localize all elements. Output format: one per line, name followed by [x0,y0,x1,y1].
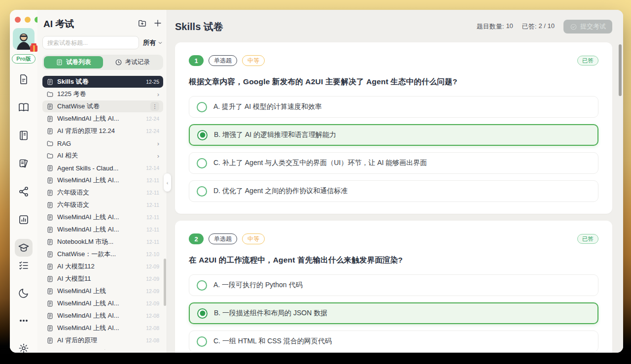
list-item[interactable]: WiseMindAI 上线 AI...12-08 [42,310,163,322]
list-item-date: 12-11 [146,177,159,183]
tab-exam-list[interactable]: 试卷列表 [44,56,103,68]
list-item[interactable]: WiseMindAI 上线 AI...12-11 [42,211,163,223]
option-label: C. 一组 HTML 和 CSS 混合的网页代码 [213,337,332,346]
list-item[interactable]: ChatWise 试卷⋮ [42,100,163,112]
list-item[interactable]: 六年级语文12-11 [42,199,163,211]
tab-exam-list-label: 试卷列表 [66,58,91,66]
option-label: D. 优化了 Agent 之间的协作协议和通信标准 [213,187,348,196]
question-difficulty-badge: 中等 [242,55,265,66]
list-item-date: 12-09 [146,288,159,294]
list-item[interactable]: NotebookLM 市场...12-11 [42,236,163,248]
question-difficulty-badge: 中等 [242,233,265,244]
tasks-icon[interactable] [15,257,33,274]
sidebar-scrollbar[interactable] [164,259,166,306]
more-icon[interactable] [15,312,33,330]
main-scrollbar[interactable] [619,44,622,96]
stats-icon[interactable] [15,211,33,229]
list-item[interactable]: WiseMindAI 上线 AI...12-24 [42,113,163,125]
radio-icon[interactable] [197,336,207,347]
flashcards-icon[interactable] [15,155,33,172]
option-row[interactable]: C. 一组 HTML 和 CSS 混合的网页代码 [189,331,598,352]
sidebar-tabs: 试卷列表 考试记录 [42,55,163,70]
close-window-button[interactable] [15,17,21,23]
list-item[interactable]: Agent Skills - Claud...12-14 [42,162,163,174]
item-menu-button[interactable]: ⋮ [150,102,159,111]
list-item-label: WiseMindAI 上线 [57,287,142,296]
list-item[interactable]: WiseMindAI 上线12-09 [42,285,163,297]
option-label: C. 补上了 Agent 与人类交互中的界面（UI）环节，让 AI 能够画出界面 [213,159,427,167]
exam-icon[interactable] [15,239,33,257]
radio-selected-icon[interactable] [197,130,208,140]
scroll-icon [46,312,54,320]
scroll-icon [46,263,54,270]
question-badges: 2单选题中等已答 [189,233,598,244]
list-item-date: 12-11 [146,227,159,232]
option-row[interactable]: B. 一段描述组件和布局的 JSON 数据 [189,302,598,324]
option-row[interactable]: A. 提升了 AI 模型的计算速度和效率 [189,96,598,118]
add-exam-icon[interactable] [153,19,162,30]
settings-gear-icon[interactable] [15,339,33,353]
option-label: A. 提升了 AI 模型的计算速度和效率 [213,102,322,111]
minimize-window-button[interactable] [25,17,31,23]
list-item[interactable]: AI 背后的原理12-08 [42,334,163,346]
list-item[interactable]: WiseMindAI 上线 AI...12-11 [42,174,163,186]
list-item-date: 12-11 [146,202,159,208]
radio-icon[interactable] [197,158,207,168]
list-item[interactable]: AI 相关› [42,150,163,162]
main-header: Skills 试卷 题目数量: 10 已答: 2 / 10 提交考试 [167,10,623,39]
list-item-date: 12-11 [146,239,159,245]
list-item-date: 12-24 [146,116,159,122]
list-item-label: AI 背后的原理 12.24 [57,127,142,135]
list-item-date: 12-09 [146,276,159,282]
pro-badge[interactable]: Pro版 [12,54,35,64]
dark-mode-icon[interactable] [15,284,33,302]
scroll-icon [46,165,54,172]
list-item[interactable]: AI 大模型1112-09 [42,273,163,285]
chevron-right-icon: › [157,91,159,98]
question-number-badge: 1 [189,55,204,66]
option-row[interactable]: B. 增强了 AI 的逻辑推理和语言理解能力 [189,124,598,146]
list-item[interactable]: AI RAG - mixed-混...12-07 [42,347,163,350]
option-row[interactable]: A. 一段可执行的 Python 代码 [189,274,598,296]
new-folder-icon[interactable] [138,19,147,30]
share-icon[interactable] [15,183,33,200]
list-item[interactable]: AI 背后的原理 12.2412-24 [42,125,163,137]
documents-icon[interactable] [15,70,33,88]
list-item[interactable]: 1225 考卷› [42,88,163,100]
folder-icon [46,152,54,160]
option-row[interactable]: D. 优化了 Agent 之间的协作协议和通信标准 [189,180,598,202]
question-status-badge: 已答 [577,234,598,244]
radio-icon[interactable] [197,102,207,112]
sidebar: AI 考试 所有 试卷列表 [37,10,167,353]
list-item-date: 12-08 [146,325,159,331]
book-icon[interactable] [15,99,33,116]
list-item[interactable]: WiseMindAI 上线 AI...12-11 [42,224,163,235]
tab-exam-history-label: 考试记录 [125,58,150,66]
list-item[interactable]: WiseMindAI 上线 AI...12-09 [42,298,163,309]
user-avatar[interactable] [13,28,35,50]
list-item[interactable]: WiseMindAI 上线 AI...12-08 [42,322,163,334]
radio-selected-icon[interactable] [197,308,208,319]
tab-exam-history[interactable]: 考试记录 [103,56,162,68]
option-row[interactable]: C. 补上了 Agent 与人类交互中的界面（UI）环节，让 AI 能够画出界面 [189,152,598,174]
notebook-icon[interactable] [15,127,33,144]
clock-icon [115,59,122,66]
list-item-label: Skills 试卷 [57,77,142,86]
list-item[interactable]: RAG› [42,137,163,149]
radio-icon[interactable] [197,280,207,291]
list-item-label: NotebookLM 市场... [57,237,143,246]
list-item[interactable]: Skills 试卷12-25 [42,76,163,88]
submit-exam-button[interactable]: 提交考试 [563,20,612,33]
scroll-icon [46,275,54,283]
list-item[interactable]: 六年级语文12-11 [42,187,163,199]
radio-icon[interactable] [197,186,207,197]
sidebar-collapse-handle[interactable]: ‹ [164,173,171,192]
question-count-label: 题目数量: [477,22,504,31]
list-item[interactable]: ChatWise：一款本...12-10 [42,248,163,260]
search-input[interactable] [42,36,139,49]
list-item[interactable]: AI 大模型11212-09 [42,261,163,272]
option-list: A. 提升了 AI 模型的计算速度和效率B. 增强了 AI 的逻辑推理和语言理解… [189,96,598,202]
filter-dropdown[interactable]: 所有 [143,38,163,47]
scroll-icon [46,115,54,123]
check-circle-icon [570,23,577,31]
